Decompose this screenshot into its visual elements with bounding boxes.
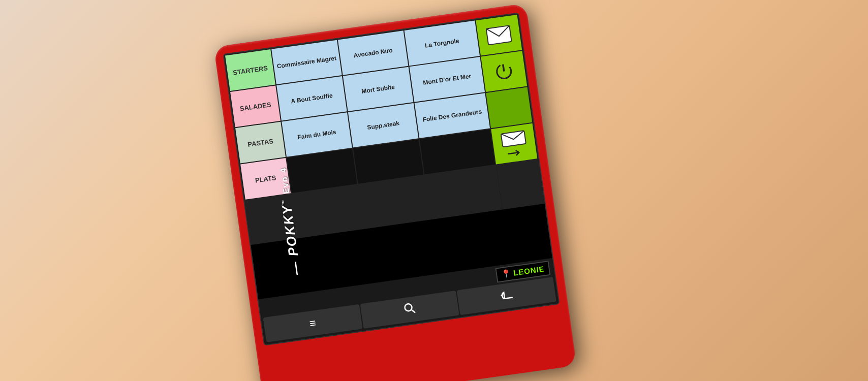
category-salades[interactable]: SALADES: [230, 85, 281, 127]
user-name-label: LEONIE: [513, 264, 545, 277]
send-forward-button[interactable]: [491, 123, 537, 165]
screen-content: STARTERS Commissaire Magret Avocado Niro…: [224, 14, 559, 345]
envelope-forward-icon: [500, 130, 528, 150]
send-message-button[interactable]: [476, 15, 522, 56]
device-wrapper: — POKKY™ Evo 4 STARTERS Commissaire Magr: [213, 3, 576, 381]
side-spacer: [486, 87, 532, 128]
back-icon: [498, 287, 515, 305]
search-icon: [402, 301, 417, 319]
envelope-icon: [485, 24, 513, 46]
model-name: Evo 4: [278, 167, 291, 195]
power-button[interactable]: [481, 51, 527, 92]
svg-line-6: [411, 309, 415, 313]
category-starters[interactable]: STARTERS: [225, 49, 275, 91]
pos-screen: STARTERS Commissaire Magret Avocado Niro…: [223, 12, 560, 345]
menu-icon: ≡: [308, 316, 317, 330]
pokky-device: — POKKY™ Evo 4 STARTERS Commissaire Magr: [213, 3, 576, 381]
pin-icon: 📍: [501, 268, 512, 279]
forward-arrow-icon: [507, 148, 523, 157]
svg-rect-0: [486, 25, 512, 45]
category-pastas[interactable]: PASTAS: [235, 122, 286, 164]
svg-line-2: [503, 65, 504, 72]
power-icon: [493, 61, 514, 82]
menu-grid: STARTERS Commissaire Magret Avocado Niro…: [224, 19, 503, 245]
